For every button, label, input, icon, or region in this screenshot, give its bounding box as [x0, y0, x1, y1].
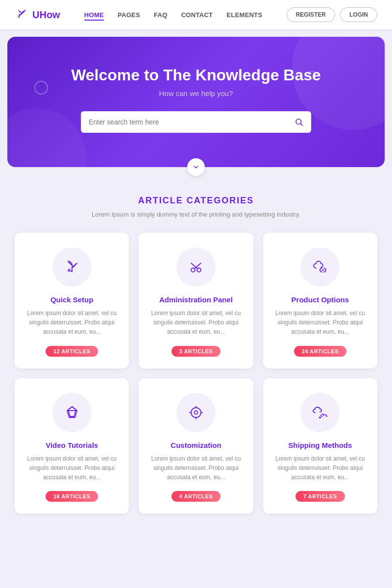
search-input[interactable] — [89, 111, 294, 133]
logo-icon — [15, 8, 28, 22]
card-icon-wrap-video — [52, 393, 92, 432]
card-desc-shipping: Lorem ipsum dolor sit amet, vel cu singu… — [273, 454, 368, 483]
scissors-icon — [187, 258, 205, 276]
cards-grid: Quick Setup Lorem ipsum dolor sit amet, … — [15, 233, 377, 514]
categories-section: ARTICLE CATEGORIES Lorem Ipsum is simply… — [0, 176, 392, 533]
card-title-admin: Administration Panel — [148, 295, 243, 304]
cloud-link-icon — [311, 258, 329, 276]
articles-badge-product[interactable]: 24 ARTICLES — [294, 346, 346, 357]
main-nav: HOME PAGES FAQ CONTACT ELEMENTS — [84, 10, 263, 19]
nav-item-pages[interactable]: PAGES — [118, 10, 140, 19]
logo[interactable]: UHow — [15, 8, 60, 22]
articles-badge-quick-setup[interactable]: 12 ARTICLES — [46, 346, 98, 357]
card-desc-video: Lorem ipsum dolor sit amet, vel cu singu… — [24, 454, 119, 483]
articles-badge-admin[interactable]: 3 ARTICLES — [172, 346, 221, 357]
card-title-custom: Customization — [148, 441, 243, 449]
settings-circle-icon — [187, 404, 205, 421]
card-quick-setup: Quick Setup Lorem ipsum dolor sit amet, … — [15, 233, 129, 368]
card-desc-product: Lorem ipsum dolor sit amet, vel cu singu… — [273, 309, 368, 337]
plant-icon — [63, 258, 81, 276]
diamond-icon — [63, 404, 81, 421]
scroll-indicator[interactable] — [0, 158, 392, 176]
articles-badge-shipping[interactable]: 7 ARTICLES — [295, 491, 345, 502]
svg-point-16 — [319, 416, 320, 417]
search-bar — [81, 111, 311, 133]
card-icon-wrap-product — [300, 247, 340, 287]
card-desc-admin: Lorem ipsum dolor sit amet, vel cu singu… — [148, 309, 243, 337]
card-icon-wrap-admin — [176, 247, 216, 287]
categories-subtitle: Lorem Ipsum is simply dummy text of the … — [15, 211, 377, 218]
card-title-shipping: Shipping Methods — [273, 441, 368, 449]
hero-title: Welcome to The Knowledge Base — [22, 66, 370, 84]
svg-point-11 — [194, 411, 197, 414]
hero-subtitle: How can we help you? — [22, 89, 370, 98]
card-title-quick-setup: Quick Setup — [24, 295, 119, 304]
nav-item-faq[interactable]: FAQ — [154, 10, 168, 19]
card-desc-custom: Lorem ipsum dolor sit amet, vel cu singu… — [148, 454, 243, 483]
svg-line-1 — [300, 123, 302, 125]
svg-marker-8 — [68, 407, 76, 416]
card-title-product: Product Options — [273, 295, 368, 304]
chevron-down-icon — [193, 164, 199, 171]
card-video-tutorials: Video Tutorials Lorem ipsum dolor sit am… — [15, 378, 129, 514]
categories-heading: ARTICLE CATEGORIES — [15, 196, 377, 206]
nav-item-home[interactable]: HOME — [84, 10, 104, 19]
navbar-actions: REGISTER LOGIN — [287, 7, 377, 22]
card-administration-panel: Administration Panel Lorem ipsum dolor s… — [139, 233, 253, 368]
register-button[interactable]: REGISTER — [287, 7, 335, 22]
login-button[interactable]: LOGIN — [340, 7, 377, 22]
card-title-video: Video Tutorials — [24, 441, 119, 449]
card-icon-wrap-quick-setup — [52, 247, 92, 287]
articles-badge-video[interactable]: 16 ARTICLES — [46, 491, 98, 502]
card-icon-wrap-custom — [176, 393, 216, 432]
svg-point-10 — [191, 408, 201, 417]
cloud-wifi-icon — [311, 404, 329, 421]
card-product-options: Product Options Lorem ipsum dolor sit am… — [263, 233, 377, 368]
articles-badge-custom[interactable]: 4 ARTICLES — [172, 491, 221, 502]
search-icon — [294, 118, 303, 126]
nav-item-contact[interactable]: CONTACT — [181, 10, 213, 19]
card-shipping-methods: Shipping Methods Lorem ipsum dolor sit a… — [263, 378, 377, 514]
logo-text: UHow — [32, 9, 60, 21]
nav-item-elements[interactable]: ELEMENTS — [226, 10, 262, 19]
card-customization: Customization Lorem ipsum dolor sit amet… — [139, 378, 253, 514]
scroll-down-button[interactable] — [187, 158, 205, 176]
card-icon-wrap-shipping — [300, 393, 340, 432]
navbar: UHow HOME PAGES FAQ CONTACT ELEMENTS REG… — [0, 0, 392, 29]
hero-section: Welcome to The Knowledge Base How can we… — [7, 37, 385, 167]
card-desc-quick-setup: Lorem ipsum dolor sit amet, vel cu singu… — [24, 309, 119, 337]
